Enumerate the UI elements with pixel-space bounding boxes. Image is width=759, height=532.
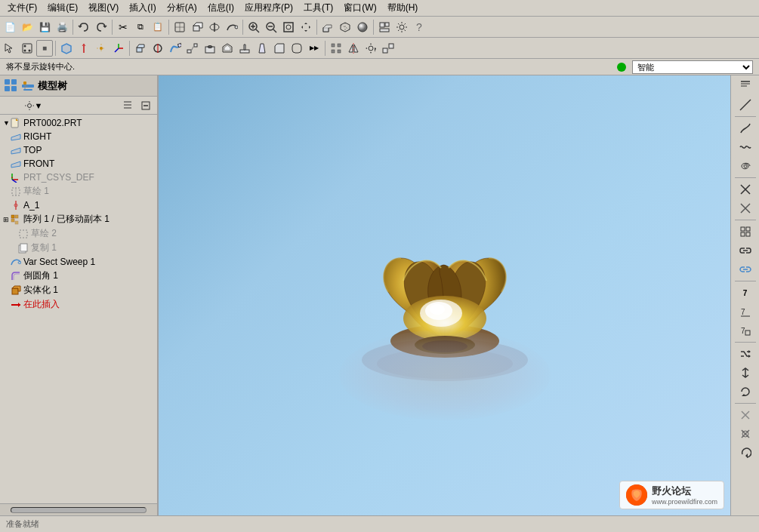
menu-info[interactable]: 信息(I) bbox=[203, 0, 239, 16]
tb-help[interactable]: ? bbox=[411, 19, 427, 35]
menu-edit[interactable]: 编辑(E) bbox=[43, 0, 82, 16]
rt-select[interactable] bbox=[734, 77, 757, 95]
tree-item-sketch2[interactable]: 草绘 2 bbox=[0, 226, 157, 241]
tb-open[interactable]: 📂 bbox=[19, 19, 35, 35]
tb2-revolve[interactable] bbox=[150, 40, 166, 57]
menu-tools[interactable]: 工具(T) bbox=[299, 0, 338, 16]
tree-item-insert[interactable]: 在此插入 bbox=[0, 297, 157, 312]
tb-redo[interactable] bbox=[93, 19, 110, 35]
tree-settings[interactable]: ▼ bbox=[3, 97, 63, 114]
tb-revolve[interactable] bbox=[206, 19, 223, 35]
menu-analysis[interactable]: 分析(A) bbox=[162, 0, 202, 16]
tree-expand-prt[interactable]: ▼ bbox=[3, 119, 11, 127]
viewport[interactable]: 野火论坛 www.proewildfire.com bbox=[159, 75, 730, 515]
tree-item-varsweep[interactable]: Var Sect Sweep 1 bbox=[0, 255, 157, 269]
tb-pan[interactable] bbox=[298, 19, 314, 35]
plane-icon bbox=[11, 131, 21, 142]
tb-copy[interactable]: ⧉ bbox=[132, 19, 149, 35]
tb-extrude[interactable] bbox=[189, 19, 205, 35]
tb-zoom-in[interactable] bbox=[245, 19, 262, 35]
left-panel: 模型树 ▼ ▼ PRT0002.PRT bbox=[0, 75, 159, 515]
menu-file[interactable]: 文件(F) bbox=[3, 0, 42, 16]
tb-paste[interactable]: 📋 bbox=[150, 19, 166, 35]
rt-close2[interactable] bbox=[734, 425, 757, 443]
menu-view[interactable]: 视图(V) bbox=[84, 0, 123, 16]
tb2-shell[interactable] bbox=[219, 40, 236, 57]
tb2-transform[interactable] bbox=[380, 40, 396, 57]
tree-item-top[interactable]: TOP bbox=[0, 143, 157, 157]
tb-view-orient[interactable] bbox=[319, 19, 336, 35]
rt-spiral[interactable] bbox=[734, 157, 757, 175]
tb2-csys[interactable] bbox=[110, 40, 127, 57]
tb-settings[interactable] bbox=[393, 19, 410, 35]
tb2-normal[interactable]: ■ bbox=[36, 40, 53, 57]
tb2-mirror[interactable] bbox=[345, 40, 362, 57]
rt-cross2[interactable] bbox=[734, 199, 757, 217]
rt-cross[interactable] bbox=[734, 180, 757, 198]
menu-window[interactable]: 窗口(W) bbox=[339, 0, 381, 16]
tb-undo[interactable] bbox=[76, 19, 92, 35]
rt-repeat[interactable] bbox=[734, 383, 757, 401]
tb-zoom-out[interactable] bbox=[263, 19, 279, 35]
tree-item-right[interactable]: RIGHT bbox=[0, 130, 157, 143]
tree-item-array1[interactable]: ⊞ 阵列 1 / 已移动副本 1 bbox=[0, 212, 157, 226]
menu-insert[interactable]: 插入(I) bbox=[125, 0, 160, 16]
rt-close1[interactable] bbox=[734, 406, 757, 424]
tree-item-solid1[interactable]: 实体化 1 bbox=[0, 283, 157, 297]
tb2-sweep2[interactable] bbox=[167, 40, 184, 57]
tree-item-sketch1[interactable]: 草绘 1 bbox=[0, 184, 157, 198]
rt-link2[interactable] bbox=[734, 260, 757, 278]
rt-link[interactable] bbox=[734, 241, 757, 260]
tb-save[interactable]: 💾 bbox=[36, 19, 53, 35]
tb2-draft[interactable] bbox=[254, 40, 270, 57]
tree-expand-all[interactable] bbox=[119, 97, 136, 114]
tb2-hole[interactable] bbox=[202, 40, 218, 57]
tb2-pattern[interactable] bbox=[328, 40, 344, 57]
tb-display-mode[interactable] bbox=[376, 19, 393, 35]
rt-num7a[interactable]: 7 bbox=[734, 284, 757, 302]
rt-rotate[interactable] bbox=[734, 444, 757, 462]
rt-wave[interactable] bbox=[734, 138, 757, 156]
tb2-datum-axis[interactable] bbox=[76, 40, 92, 57]
rt-line[interactable] bbox=[734, 96, 757, 114]
tb-cut[interactable]: ✂ bbox=[115, 19, 131, 35]
rt-num7b[interactable]: 7 bbox=[734, 303, 757, 321]
tb-sweep[interactable] bbox=[224, 19, 240, 35]
tree-item-front[interactable]: FRONT bbox=[0, 157, 157, 171]
tree-item-round1[interactable]: 倒圆角 1 bbox=[0, 269, 157, 283]
tb-print[interactable]: 🖨️ bbox=[54, 19, 70, 35]
tb-shading[interactable] bbox=[354, 19, 371, 35]
tb-new[interactable]: 📄 bbox=[2, 19, 18, 35]
horizontal-scrollbar[interactable] bbox=[11, 507, 147, 513]
tree-collapse-all[interactable] bbox=[137, 97, 154, 114]
tb2-select[interactable] bbox=[2, 40, 18, 57]
tb-sketch[interactable] bbox=[171, 19, 188, 35]
tree-item-a1[interactable]: A_1 bbox=[0, 198, 157, 212]
tb2-round[interactable] bbox=[288, 40, 305, 57]
menu-apps[interactable]: 应用程序(P) bbox=[240, 0, 298, 16]
rt-updown[interactable] bbox=[734, 364, 757, 382]
svg-rect-93 bbox=[11, 219, 14, 222]
tb2-datum-point[interactable] bbox=[93, 40, 110, 57]
tree-item-csys[interactable]: PRT_CSYS_DEF bbox=[0, 171, 157, 184]
menu-help[interactable]: 帮助(H) bbox=[383, 0, 423, 16]
smart-mode-select[interactable]: 智能 bbox=[632, 60, 753, 74]
tb2-sketch-mode[interactable] bbox=[19, 40, 35, 57]
rt-grid[interactable] bbox=[734, 223, 757, 241]
rt-num7c[interactable]: 7 bbox=[734, 321, 757, 340]
tb2-extrude[interactable] bbox=[132, 40, 149, 57]
tb2-blend[interactable] bbox=[184, 40, 201, 57]
tb2-datum-plane[interactable] bbox=[58, 40, 75, 57]
tb-view3d[interactable] bbox=[337, 19, 353, 35]
svg-rect-69 bbox=[23, 81, 26, 85]
rt-shuffle[interactable] bbox=[734, 345, 757, 363]
tb2-chamfer[interactable] bbox=[271, 40, 288, 57]
tree-item-copy1[interactable]: 复制 1 bbox=[0, 241, 157, 255]
tree-item-prt[interactable]: ▼ PRT0002.PRT bbox=[0, 116, 157, 130]
rt-curve[interactable] bbox=[734, 119, 757, 137]
tb2-move[interactable] bbox=[363, 40, 379, 57]
tb2-more[interactable]: ▶▶ bbox=[306, 40, 322, 57]
tree-expand-array[interactable]: ⊞ bbox=[3, 216, 11, 223]
tb2-rib[interactable] bbox=[236, 40, 253, 57]
tb-fit[interactable] bbox=[280, 19, 297, 35]
